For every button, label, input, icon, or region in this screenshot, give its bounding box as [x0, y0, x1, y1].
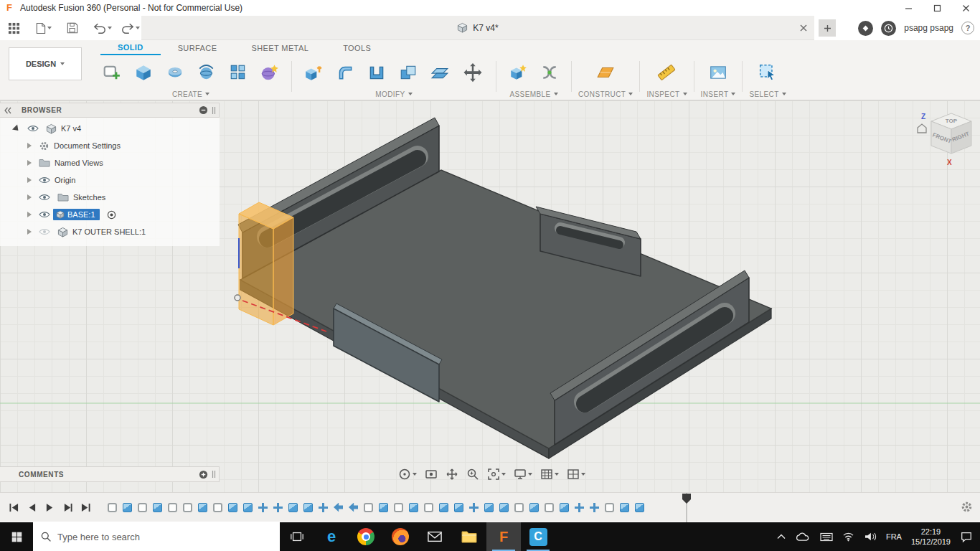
create-form-button[interactable]	[255, 57, 285, 88]
tray-volume-button[interactable]	[864, 532, 877, 542]
chrome-taskbar-icon[interactable]	[349, 522, 383, 551]
save-button[interactable]	[65, 22, 80, 34]
file-explorer-taskbar-icon[interactable]	[452, 522, 486, 551]
visibility-eye-icon[interactable]	[39, 194, 50, 201]
visibility-eye-icon[interactable]	[27, 125, 39, 132]
extrude-feature-icon[interactable]	[484, 503, 494, 512]
shell-button[interactable]	[362, 57, 392, 88]
tree-item-label[interactable]: Named Views	[55, 159, 103, 167]
app-grid-button[interactable]	[6, 22, 22, 34]
orbit-button[interactable]	[396, 466, 419, 483]
viewports-button[interactable]	[565, 466, 588, 483]
look-at-button[interactable]	[423, 466, 440, 483]
taskbar-search[interactable]	[33, 522, 280, 551]
undo-button[interactable]	[91, 23, 114, 34]
select-group-label[interactable]: SELECT	[749, 89, 786, 99]
extrude-feature-icon[interactable]	[439, 503, 448, 512]
sketch-feature-icon[interactable]	[545, 503, 554, 512]
insert-button[interactable]	[703, 57, 733, 88]
move-feature-icon[interactable]	[590, 503, 599, 512]
construct-plane-button[interactable]	[590, 57, 621, 88]
sketch-feature-icon[interactable]	[213, 503, 222, 512]
tree-item-label[interactable]: Origin	[55, 176, 75, 184]
select-button[interactable]	[753, 57, 783, 88]
pattern-button[interactable]	[223, 57, 253, 88]
collapsed-arrow-icon[interactable]	[27, 143, 32, 149]
redo-button[interactable]	[119, 23, 142, 34]
move-copy-button[interactable]	[456, 57, 489, 88]
extrude-feature-icon[interactable]	[529, 503, 539, 512]
collapse-panel-icon[interactable]	[4, 107, 11, 114]
extrude-button[interactable]	[128, 57, 159, 88]
sketch-feature-icon[interactable]	[514, 503, 524, 512]
panel-grip-icon[interactable]	[212, 106, 216, 115]
pan-button[interactable]	[443, 466, 461, 483]
sketch-feature-icon[interactable]	[394, 503, 403, 512]
tree-row-sketches[interactable]: Sketches	[0, 189, 220, 206]
insert-group-label[interactable]: INSERT	[701, 89, 736, 99]
move-feature-icon[interactable]	[575, 503, 584, 512]
sketch-feature-icon[interactable]	[183, 503, 192, 512]
tree-row-origin[interactable]: Origin	[0, 171, 220, 189]
extrude-feature-icon[interactable]	[303, 503, 313, 512]
selected-component-chip[interactable]: BASE:1	[53, 209, 100, 220]
fillet-button[interactable]	[330, 57, 360, 88]
visibility-eye-icon[interactable]	[39, 176, 50, 184]
language-indicator[interactable]: FRA	[886, 532, 902, 541]
extrude-feature-icon[interactable]	[153, 503, 162, 512]
step-back-button[interactable]	[25, 501, 38, 514]
sketch-feature-icon[interactable]	[424, 503, 433, 512]
tab-surface[interactable]: SURFACE	[161, 40, 235, 55]
origin-point[interactable]	[235, 295, 240, 301]
sketch-feature-icon[interactable]	[364, 503, 373, 512]
extrude-feature-icon[interactable]	[499, 503, 509, 512]
press-pull-button[interactable]	[298, 57, 329, 88]
extrude-feature-icon[interactable]	[198, 503, 207, 512]
go-to-start-button[interactable]	[7, 501, 20, 514]
extrude-feature-icon[interactable]	[409, 503, 418, 512]
extrude-feature-icon[interactable]	[288, 503, 298, 512]
create-group-label[interactable]: CREATE	[172, 89, 209, 99]
extrude-feature-icon[interactable]	[379, 503, 388, 512]
fusion-taskbar-icon[interactable]: F	[486, 522, 521, 551]
panel-grip-icon[interactable]	[212, 470, 216, 479]
start-button[interactable]	[0, 522, 33, 551]
go-to-end-button[interactable]	[79, 501, 92, 514]
search-input[interactable]	[57, 532, 273, 542]
assemble-group-label[interactable]: ASSEMBLE	[509, 89, 557, 99]
tray-chevron-button[interactable]	[777, 534, 786, 540]
extrude-feature-icon[interactable]	[620, 503, 629, 512]
sketch-feature-icon[interactable]	[108, 503, 117, 512]
job-status-button[interactable]	[881, 21, 896, 36]
workspace-selector[interactable]: DESIGN	[9, 47, 82, 80]
tab-sheet-metal[interactable]: SHEET METAL	[234, 40, 326, 55]
document-tab-close-button[interactable]	[797, 22, 810, 34]
viewcube-home-icon[interactable]	[918, 124, 926, 133]
move-feature-icon[interactable]	[273, 503, 283, 512]
maximize-button[interactable]	[923, 0, 951, 16]
move-feature-icon[interactable]	[469, 503, 479, 512]
tray-network-button[interactable]	[842, 532, 854, 542]
offset-feature-icon[interactable]	[334, 503, 343, 512]
activate-component-radio-icon[interactable]	[107, 210, 116, 220]
new-component-button[interactable]	[503, 57, 533, 88]
document-tab[interactable]: K7 v4*	[141, 16, 814, 40]
tree-row-base[interactable]: BASE:1	[0, 206, 220, 223]
extrude-feature-icon[interactable]	[454, 503, 463, 512]
joint-button[interactable]	[534, 57, 565, 88]
minimize-panel-icon[interactable]	[199, 105, 208, 115]
close-button[interactable]	[951, 0, 980, 16]
visibility-eye-off-icon[interactable]	[39, 228, 50, 235]
extrude-feature-icon[interactable]	[228, 503, 237, 512]
sweep-button[interactable]	[192, 57, 222, 88]
fit-button[interactable]	[485, 466, 508, 483]
move-feature-icon[interactable]	[319, 503, 328, 512]
timeline-scrubber[interactable]	[682, 493, 692, 523]
step-forward-button[interactable]	[61, 501, 74, 514]
tree-row-named-views[interactable]: Named Views	[0, 154, 220, 171]
combine-button[interactable]	[393, 57, 423, 88]
revolve-button[interactable]	[160, 57, 190, 88]
comments-bar[interactable]: COMMENTS	[0, 466, 220, 482]
tree-row-document-settings[interactable]: Document Settings	[0, 137, 220, 154]
tree-item-label[interactable]: Sketches	[73, 193, 105, 202]
